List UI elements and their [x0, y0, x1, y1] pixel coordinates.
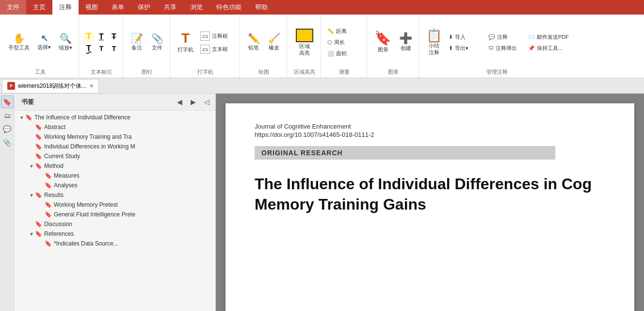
- zoom-tool-label: 缩放▾: [59, 44, 72, 51]
- ribbon: ✋ 手型工具 ↖ 选择▾ 🔍 缩放▾ 工具 T: [0, 15, 644, 78]
- menu-file[interactable]: 文件: [0, 0, 26, 15]
- menu-browse[interactable]: 浏览: [183, 0, 209, 15]
- menu-help[interactable]: 帮助: [248, 0, 274, 15]
- note-button[interactable]: 📝 备注: [127, 32, 146, 53]
- area-button[interactable]: ⬜ 面积: [325, 49, 364, 59]
- annot-popup-icon: 🗨: [488, 45, 494, 51]
- bookmark-individual-label: Individual Differences in Working M: [44, 143, 135, 150]
- bookmark-discussion[interactable]: 🔖 Discussion: [15, 219, 215, 229]
- manage-buttons: 📋 小结注释 ⬇ 导入 ⬆ 导出▾ 💬 注释: [423, 17, 571, 67]
- summary-button[interactable]: 📋 小结注释: [423, 27, 445, 57]
- menu-special[interactable]: 特色功能: [209, 0, 248, 15]
- bookmark-current[interactable]: 🔖 Current Study: [15, 151, 215, 161]
- pdf-doi: https://doi.org/10.1007/s41465-018-0111-…: [255, 131, 605, 138]
- pin-group-label: 图钉: [127, 67, 167, 77]
- bookmark-icon-method: 🔖: [35, 163, 42, 169]
- comments-panel-button[interactable]: 💬: [1, 123, 14, 135]
- pdf-page: Journal of Cognitive Enhancement https:/…: [225, 103, 634, 311]
- bookmark-icon-datasource: 🔖: [45, 240, 52, 247]
- typewriter-icon: T: [181, 32, 190, 45]
- toggle-results[interactable]: ▼: [28, 193, 35, 198]
- bookmark-individual[interactable]: 🔖 Individual Differences in Working M: [15, 142, 215, 151]
- text-replace-btn[interactable]: T: [96, 43, 107, 54]
- summary-label: 小结注释: [429, 43, 439, 55]
- menu-annot[interactable]: 注释: [52, 0, 79, 15]
- stamp-button[interactable]: 🔖 图章: [371, 30, 395, 55]
- tools-buttons: ✋ 手型工具 ↖ 选择▾ 🔍 缩放▾: [5, 17, 76, 67]
- create-stamp-button[interactable]: ➕ 创建: [396, 31, 416, 54]
- menu-home[interactable]: 主页: [26, 0, 52, 15]
- toggle-references[interactable]: ▼: [28, 231, 35, 237]
- draw-group-label: 绘图: [244, 67, 284, 77]
- bookmark-method[interactable]: ▼ 🔖 Method: [15, 161, 215, 171]
- bookmark-panel-button[interactable]: 🔖: [1, 96, 14, 108]
- perimeter-button[interactable]: ⬡ 周长: [325, 37, 364, 48]
- menu-form[interactable]: 表单: [105, 0, 131, 15]
- bookmark-fluid-intel[interactable]: 🔖 General Fluid Intelligence Prete: [15, 210, 215, 219]
- annot-frame-button[interactable]: ▭ 注释框: [198, 30, 237, 42]
- pencil-button[interactable]: ✏️ 铅笔: [244, 32, 263, 53]
- bookmark-icon-results: 🔖: [35, 192, 42, 198]
- export-button[interactable]: ⬆ 导出▾: [446, 43, 485, 53]
- bookmark-wmt[interactable]: 🔖 Working Memory Training and Tra: [15, 132, 215, 142]
- text-underline-btn[interactable]: T: [96, 32, 107, 42]
- menu-protect[interactable]: 保护: [131, 0, 157, 15]
- toggle-method[interactable]: ▼: [28, 164, 35, 169]
- menu-share[interactable]: 共享: [157, 0, 183, 15]
- text-frame-label: 文本框: [212, 46, 228, 53]
- bookmark-influence[interactable]: ▼ 🔖 The Influence of Individual Differen…: [15, 113, 215, 122]
- bookmark-abstract[interactable]: 🔖 Abstract: [15, 122, 215, 132]
- summary-icon: 📋: [426, 29, 442, 42]
- pdf-area[interactable]: Journal of Cognitive Enhancement https:/…: [216, 94, 644, 311]
- pin-buttons: 📝 备注 📎 文件: [127, 17, 167, 67]
- annot-type-button[interactable]: 💬 注释: [486, 32, 525, 42]
- annot-popup-button[interactable]: 🗨 注释弹出: [486, 43, 525, 53]
- menu-view[interactable]: 视图: [79, 0, 105, 15]
- bookmark-analyses[interactable]: 🔖 Analyses: [15, 180, 215, 190]
- bookmark-wm-pretest[interactable]: 🔖 Working Memory Pretest: [15, 200, 215, 210]
- select-tool-button[interactable]: ↖ 选择▾: [34, 32, 54, 53]
- stamp-icon: 🔖: [374, 32, 391, 45]
- bookmark-datasource[interactable]: 🔖 *Indicates Data Source...: [15, 239, 215, 248]
- perimeter-icon: ⬡: [327, 39, 332, 46]
- text-frame-button[interactable]: ▭ 文本框: [198, 43, 237, 55]
- bookmark-measures[interactable]: 🔖 Measures: [15, 171, 215, 180]
- sidebar-next-button[interactable]: ▶: [187, 96, 199, 108]
- tab-close-button[interactable]: ✕: [89, 83, 94, 89]
- text-squiggly-btn[interactable]: T: [83, 43, 95, 54]
- bookmark-abstract-label: Abstract: [44, 124, 65, 131]
- file-attach-button[interactable]: 📎 文件: [147, 32, 167, 53]
- text-highlight-btn[interactable]: T: [83, 32, 95, 42]
- sidebar-title: 书签: [17, 96, 38, 108]
- sidebar-toolbar: 书签 ◀ ▶ ◁: [15, 94, 215, 111]
- distance-button[interactable]: 📏 距离: [325, 26, 364, 36]
- document-tab[interactable]: P wiemers2018训练对个体... ✕: [2, 79, 99, 93]
- main-area: 🔖 🗂 💬 📎 书签 ◀ ▶ ◁ ▼ 🔖 The Influence of In…: [0, 94, 644, 311]
- import-button[interactable]: ⬇ 导入: [446, 32, 485, 42]
- typewriter-button[interactable]: T 打字机: [174, 30, 197, 55]
- select-icon: ↖: [41, 34, 48, 43]
- sidebar-prev-button[interactable]: ◀: [174, 96, 185, 108]
- text-strikeout-btn[interactable]: T: [108, 32, 120, 42]
- layers-panel-button[interactable]: 🗂: [1, 109, 14, 122]
- pdf-title: The Influence of Individual Differences …: [255, 174, 605, 214]
- hand-tool-button[interactable]: ✋ 手型工具: [5, 32, 33, 53]
- region-highlight-button[interactable]: 区域高亮: [291, 27, 318, 58]
- text-insert-btn[interactable]: T: [108, 43, 120, 54]
- pencil-icon: ✏️: [248, 33, 260, 43]
- ribbon-group-type: T 打字机 ▭ 注释框 ▭ 文本框 打字机: [171, 16, 240, 78]
- toggle-influence[interactable]: ▼: [18, 115, 25, 120]
- sidebar-collapse-button[interactable]: ◁: [201, 96, 212, 108]
- zoom-tool-button[interactable]: 🔍 缩放▾: [55, 32, 76, 53]
- bookmark-references[interactable]: ▼ 🔖 References: [15, 229, 215, 239]
- annot-type-label: 注释: [497, 33, 508, 41]
- bookmark-wm-pretest-label: Working Memory Pretest: [54, 201, 118, 208]
- attach-panel-button[interactable]: 📎: [1, 136, 14, 149]
- stamp-label: 图章: [378, 46, 388, 53]
- hand-icon: ✋: [13, 33, 25, 43]
- mail-pdf-button[interactable]: ✉️ 邮件发送PDF: [526, 32, 571, 42]
- bookmark-results[interactable]: ▼ 🔖 Results: [15, 190, 215, 200]
- eraser-button[interactable]: 🧹 橡皮: [264, 32, 284, 53]
- bookmark-icon-fluid-intel: 🔖: [45, 211, 52, 218]
- keep-tool-button[interactable]: 📌 保持工具...: [526, 43, 571, 53]
